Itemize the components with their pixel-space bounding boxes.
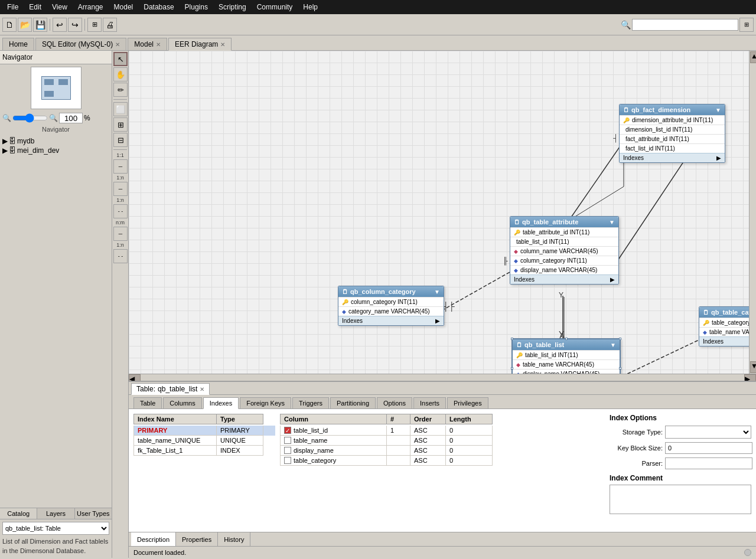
menu-database[interactable]: Database [139,2,178,12]
zoom-slider[interactable] [12,113,48,123]
idxcol-row-2[interactable]: display_name ASC 0 [280,446,605,456]
eer-indexes[interactable]: Indexes ▶ [620,153,725,162]
eer-expand-icon[interactable]: ▼ [715,107,721,113]
tab-model-close[interactable]: ✕ [156,41,161,48]
zoom-input[interactable]: 100 [59,113,83,123]
idxcol-checkbox-0[interactable]: ✓ [284,427,291,434]
eer-expand-icon-4[interactable]: ▼ [610,342,616,348]
relation-1-n3-tool[interactable]: - - [113,249,128,263]
sub-tab-description[interactable]: Description [131,532,176,546]
eer-indexes-3[interactable]: Indexes ▶ [338,316,444,325]
tree-item-mydb[interactable]: ▶ 🗄 mydb [2,136,109,146]
eer-canvas[interactable]: Y ┤├ ⊣ ╟ Y [129,51,749,374]
canvas-scrollbar-vertical[interactable]: ▲ ▼ [749,51,756,374]
index-row-fk[interactable]: fk_Table_List_1 INDEX [133,446,275,456]
print-button[interactable]: 🖨 [103,18,117,32]
resize-tc[interactable] [565,338,568,340]
search-expand-button[interactable]: ⊞ [739,18,754,32]
sub-tab-history[interactable]: History [218,532,250,546]
storage-type-select[interactable] [665,426,751,439]
rectangle-tool[interactable]: ⬜ [113,102,128,116]
eer-expand-icon-3[interactable]: ▼ [434,289,440,295]
bottom-tab-close[interactable]: ✕ [200,386,204,393]
table-tab-table[interactable]: Table [133,397,162,408]
relation-1-n-tool[interactable]: ─ [113,182,128,196]
eer-indexes-5[interactable]: Indexes ▶ [699,336,749,346]
eer-table-qb-table-category[interactable]: 🗒 qb_table_category ▼ 🔑 table_category I… [699,306,749,346]
menu-help[interactable]: Help [298,2,322,12]
open-button[interactable]: 📂 [18,18,32,32]
idxcol-row-0[interactable]: ✓ table_list_id 1 ASC 0 [280,426,605,436]
menu-plugins[interactable]: Plugins [180,2,213,12]
resize-tr[interactable] [619,338,621,340]
eer-table-qb-table-attribute[interactable]: 🗒 qb_table_attribute ▼ 🔑 table_attribute… [510,216,619,285]
pencil-tool[interactable]: ✏ [113,83,128,97]
scrollbar-down-arrow[interactable]: ▼ [750,361,756,373]
object-select[interactable]: qb_table_list: Table [2,522,109,535]
tab-model[interactable]: Model ✕ [128,38,167,50]
new-button[interactable]: 🗋 [2,18,17,32]
hand-tool[interactable]: ✋ [113,67,128,81]
eer-expand-icon-2[interactable]: ▼ [609,219,615,225]
index-row-primary[interactable]: PRIMARY PRIMARY [133,426,275,436]
index-comment-textarea[interactable] [610,485,751,514]
menu-scripting[interactable]: Scripting [214,2,251,12]
parser-input[interactable] [665,457,752,469]
toggle-button[interactable]: ⊞ [87,18,102,32]
tree-item-mei[interactable]: ▶ 🗄 mei_dim_dev [2,146,109,155]
resize-tl[interactable] [511,338,513,340]
table-tab-privileges[interactable]: Privileges [447,397,488,408]
relation-1-1-tool[interactable]: ─ [113,159,128,174]
table-tab-partitioning[interactable]: Partitioning [330,397,376,408]
resize-ml[interactable] [511,367,513,370]
select-tool[interactable]: ↖ [113,52,128,66]
resize-mr[interactable] [619,367,621,370]
index-row-unique[interactable]: table_name_UNIQUE UNIQUE [133,436,275,446]
idxcol-checkbox-3[interactable] [284,457,291,464]
view-tool[interactable]: ⊟ [113,133,128,147]
table-tab-foreign-keys[interactable]: Foreign Keys [240,397,291,408]
table-tab-triggers[interactable]: Triggers [292,397,329,408]
scrollbar-left-arrow[interactable]: ◀ [129,374,141,381]
eer-indexes-2[interactable]: Indexes ▶ [510,274,618,284]
zoom-out-icon[interactable]: 🔍 [2,114,11,122]
relation-n-m-tool[interactable]: ─ [113,227,128,241]
tab-eer-close[interactable]: ✕ [220,41,225,48]
menu-community[interactable]: Community [252,2,298,12]
sidebar-tab-catalog[interactable]: Catalog [0,508,37,519]
undo-button[interactable]: ↩ [53,18,67,32]
sub-tab-properties[interactable]: Properties [176,532,218,546]
table-tab-options[interactable]: Options [377,397,412,408]
menu-edit[interactable]: Edit [24,2,46,12]
scrollbar-right-arrow[interactable]: ▶ [744,374,756,381]
eer-table-qb-column-category[interactable]: 🗒 qb_column_category ▼ 🔑 column_category… [338,286,444,326]
menu-file[interactable]: File [2,2,23,12]
zoom-in-icon[interactable]: 🔍 [49,114,58,122]
idxcol-checkbox-2[interactable] [284,447,291,454]
sidebar-tab-user-types[interactable]: User Types [75,508,112,519]
save-button[interactable]: 💾 [33,18,47,32]
bottom-tab-table-list[interactable]: Table: qb_table_list ✕ [131,383,210,395]
eer-table-qb-table-list[interactable]: 🗒 qb_table_list ▼ 🔑 table_list_id INT(11… [511,338,621,374]
redo-button[interactable]: ↪ [68,18,82,32]
table-tab-inserts[interactable]: Inserts [413,397,446,408]
menu-model[interactable]: Model [109,2,138,12]
canvas-scrollbar-horizontal[interactable]: ◀ ▶ [129,374,756,381]
search-input[interactable] [632,19,738,31]
tab-sql-close[interactable]: ✕ [115,41,120,48]
idxcol-row-1[interactable]: table_name ASC 0 [280,436,605,446]
tab-eer-diagram[interactable]: EER Diagram ✕ [168,38,232,51]
scrollbar-track-v[interactable] [750,64,756,361]
idxcol-row-3[interactable]: table_category ASC 0 [280,456,605,466]
key-block-input[interactable]: 0 [665,442,752,454]
menu-arrange[interactable]: Arrange [73,2,108,12]
tab-sql-editor[interactable]: SQL Editor (MySQL-0) ✕ [35,38,126,50]
tab-home[interactable]: Home [2,38,34,50]
sidebar-tab-layers[interactable]: Layers [37,508,74,519]
table-tool[interactable]: ⊞ [113,117,128,132]
table-tab-indexes[interactable]: Indexes [203,397,239,409]
table-tab-columns[interactable]: Columns [163,397,201,408]
relation-1-n2-tool[interactable]: - - [113,204,128,218]
menu-view[interactable]: View [47,2,72,12]
scrollbar-up-arrow[interactable]: ▲ [750,51,756,63]
